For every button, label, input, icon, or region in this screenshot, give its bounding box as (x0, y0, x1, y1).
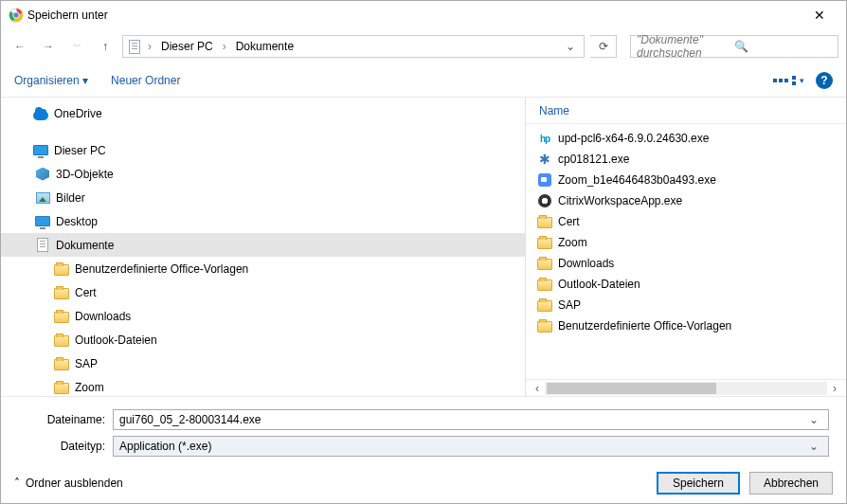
file-item[interactable]: Zoom_b1e4646483b0a493.exe (526, 170, 846, 190)
filename-value: gui760_05_2-80003144.exe (119, 413, 805, 426)
tree-label: Dokumente (56, 239, 114, 252)
refresh-button[interactable]: ⟳ (590, 35, 617, 58)
tree-pictures[interactable]: Bilder (1, 186, 525, 209)
tree-label: Bilder (56, 191, 85, 205)
chevron-down-icon[interactable]: ⌄ (805, 440, 822, 453)
folder-icon (54, 380, 69, 395)
folder-tree[interactable]: OneDrive Dieser PC 3D-Objekte Bilder Des… (1, 98, 525, 396)
search-icon: 🔍 (734, 40, 832, 53)
tree-this-pc[interactable]: Dieser PC (1, 138, 525, 162)
zoom-icon (537, 172, 552, 188)
file-name: Benutzerdefinierte Office-Vorlagen (558, 319, 731, 333)
title-bar: Speichern unter ✕ (1, 1, 846, 29)
file-item[interactable]: hpupd-pcl6-x64-6.9.0.24630.exe (526, 128, 846, 149)
tree-label: Outlook-Dateien (75, 333, 157, 347)
filetype-label: Dateityp: (18, 440, 105, 453)
filetype-value: Application (*.exe) (119, 440, 805, 453)
tree-label: 3D-Objekte (56, 168, 114, 181)
chevron-right-icon[interactable]: › (219, 40, 230, 53)
folder-icon (537, 214, 552, 229)
file-name: CitrixWorkspaceApp.exe (558, 194, 682, 207)
cloud-icon (33, 106, 48, 121)
file-name: Zoom_b1e4646483b0a493.exe (558, 173, 716, 187)
search-placeholder: "Dokumente" durchsuchen (637, 33, 734, 60)
view-options-button[interactable]: ▾ (773, 76, 804, 85)
save-button[interactable]: Speichern (657, 472, 740, 495)
tree-label: Zoom (75, 381, 104, 394)
recent-dropdown[interactable]: ﹀ (65, 35, 88, 58)
cube-icon (35, 167, 50, 182)
file-item[interactable]: Benutzerdefinierte Office-Vorlagen (526, 315, 846, 336)
tree-doc-subfolder[interactable]: Cert (1, 280, 525, 304)
folder-icon (54, 309, 69, 324)
file-item[interactable]: Outlook-Dateien (526, 274, 846, 295)
file-item[interactable]: ✱cp018121.exe (526, 149, 846, 170)
file-form: Dateiname: gui760_05_2-80003144.exe ⌄ Da… (1, 396, 846, 463)
file-name: upd-pcl6-x64-6.9.0.24630.exe (558, 132, 709, 145)
scroll-right-icon[interactable]: › (827, 382, 842, 395)
file-name: Zoom (558, 236, 587, 249)
tree-desktop[interactable]: Desktop (1, 209, 525, 233)
picture-icon (35, 190, 50, 206)
tree-label: Benutzerdefinierte Office-Vorlagen (75, 262, 248, 276)
horizontal-scrollbar[interactable]: ‹ › (526, 379, 846, 396)
close-button[interactable]: ✕ (801, 8, 838, 23)
tree-doc-subfolder[interactable]: SAP (1, 351, 525, 375)
cancel-button[interactable]: Abbrechen (749, 472, 833, 495)
breadcrumb-documents[interactable]: Dokumente (232, 38, 297, 55)
hide-folders-label: Ordner ausblenden (26, 477, 123, 490)
new-folder-button[interactable]: Neuer Ordner (111, 74, 180, 87)
breadcrumb-bar[interactable]: › Dieser PC › Dokumente ⌄ (122, 35, 585, 58)
back-button[interactable]: ← (9, 35, 31, 58)
gear-icon: ✱ (537, 152, 552, 167)
tree-3d-objects[interactable]: 3D-Objekte (1, 162, 525, 186)
tree-doc-subfolder[interactable]: Benutzerdefinierte Office-Vorlagen (1, 257, 525, 280)
folder-icon (537, 297, 552, 313)
file-item[interactable]: Zoom (526, 232, 846, 253)
filename-label: Dateiname: (18, 413, 105, 426)
file-item[interactable]: SAP (526, 295, 846, 315)
folder-icon (54, 333, 69, 348)
file-item[interactable]: CitrixWorkspaceApp.exe (526, 190, 846, 211)
chevron-down-icon[interactable]: ⌄ (805, 413, 822, 426)
file-name: Cert (558, 215, 580, 228)
file-item[interactable]: Cert (526, 211, 846, 232)
up-button[interactable]: ↑ (94, 35, 117, 58)
breadcrumb-this-pc[interactable]: Dieser PC (157, 38, 217, 55)
forward-button: → (37, 35, 60, 58)
file-pane: Name hpupd-pcl6-x64-6.9.0.24630.exe ✱cp0… (526, 98, 846, 396)
body-area: OneDrive Dieser PC 3D-Objekte Bilder Des… (1, 98, 846, 396)
desktop-icon (35, 214, 50, 229)
tree-documents[interactable]: Dokumente (1, 233, 525, 257)
scroll-left-icon[interactable]: ‹ (530, 382, 545, 395)
scroll-track[interactable] (545, 382, 827, 395)
folder-icon (54, 285, 69, 300)
filetype-select[interactable]: Application (*.exe) ⌄ (113, 436, 829, 457)
hp-icon: hp (537, 131, 552, 146)
file-item[interactable]: Downloads (526, 253, 846, 274)
breadcrumb-dropdown[interactable]: ⌄ (561, 40, 580, 53)
chevron-right-icon[interactable]: › (144, 40, 155, 53)
help-button[interactable]: ? (816, 72, 833, 89)
filename-input[interactable]: gui760_05_2-80003144.exe ⌄ (113, 409, 829, 430)
column-header-name[interactable]: Name (526, 98, 846, 124)
tree-doc-subfolder[interactable]: Outlook-Dateien (1, 328, 525, 351)
scroll-thumb[interactable] (547, 383, 716, 394)
folder-icon (537, 277, 552, 292)
organize-menu[interactable]: Organisieren ▾ (14, 74, 88, 87)
folder-icon (537, 318, 552, 333)
monitor-icon (33, 143, 48, 158)
tree-doc-subfolder[interactable]: Downloads (1, 304, 525, 328)
folder-icon (537, 235, 552, 250)
file-name: Outlook-Dateien (558, 278, 640, 291)
file-name: cp018121.exe (558, 153, 629, 166)
footer: ˄ Ordner ausblenden Speichern Abbrechen (1, 463, 846, 503)
tree-doc-subfolder[interactable]: Zoom (1, 375, 525, 396)
document-icon (35, 238, 50, 253)
tree-label: Downloads (75, 310, 131, 323)
tree-label: Dieser PC (54, 144, 106, 157)
file-list[interactable]: hpupd-pcl6-x64-6.9.0.24630.exe ✱cp018121… (526, 124, 846, 379)
tree-onedrive[interactable]: OneDrive (1, 101, 525, 125)
hide-folders-toggle[interactable]: ˄ Ordner ausblenden (14, 477, 123, 490)
search-input[interactable]: "Dokumente" durchsuchen 🔍 (630, 35, 838, 58)
